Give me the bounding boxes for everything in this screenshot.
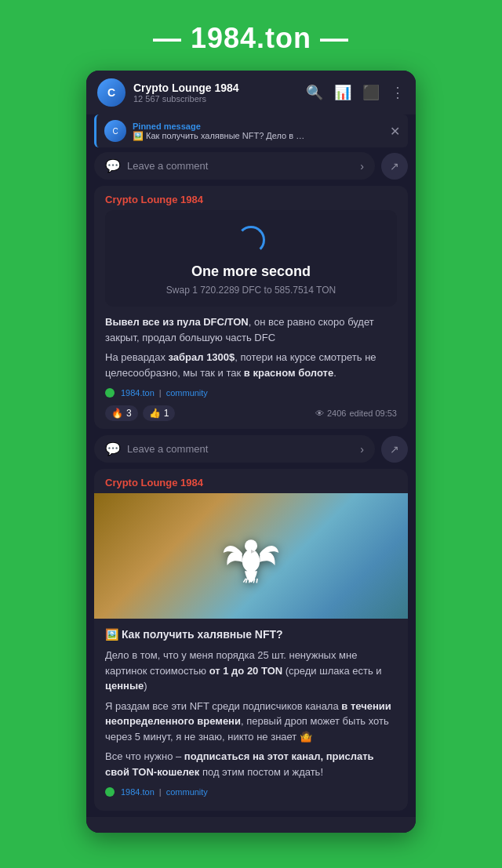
message-card-1: Crypto Lounge 1984 One more second Swap … [94, 186, 408, 429]
search-icon[interactable]: 🔍 [306, 84, 323, 101]
msg-text-1a: Вывел все из пула DFC/TON, он все равно … [94, 314, 408, 350]
loading-spinner [237, 226, 265, 254]
share-icon: ↗ [390, 160, 399, 173]
pinned-left: C Pinned message 🖼️ Как получить халявны… [104, 120, 305, 142]
comment-placeholder-2: Leave a comment [127, 443, 208, 455]
loading-subtitle: Swap 1 720.2289 DFC to 585.7514 TON [166, 285, 336, 296]
community-link-2[interactable]: community [166, 787, 208, 797]
comment-bar-1: 💬 Leave a comment › ↗ [94, 152, 408, 180]
views-count: 2406 [327, 409, 346, 418]
comment-bar-2-wrapper: 💬 Leave a comment › ↗ [94, 435, 408, 463]
svg-rect-4 [253, 571, 255, 579]
layout-icon[interactable]: ⬛ [362, 84, 380, 101]
comment-input-2[interactable]: 💬 Leave a comment › [94, 435, 375, 463]
pinned-close-icon[interactable]: ✕ [390, 124, 400, 139]
stats-icon[interactable]: 📊 [334, 84, 351, 101]
share-button-1[interactable]: ↗ [381, 153, 408, 180]
channel-link-1[interactable]: 1984.ton [121, 388, 155, 398]
page-title: — 1984.ton — [153, 0, 349, 71]
reaction-thumb[interactable]: 👍 1 [143, 405, 176, 421]
loading-area: One more second Swap 1 720.2289 DFC to 5… [105, 210, 397, 307]
subscriber-count: 12 567 subscribers [133, 94, 239, 104]
channel-avatar: C [97, 78, 126, 107]
msg-channel-row-2: 1984.ton | community [94, 784, 408, 803]
comment-left: 💬 Leave a comment [105, 158, 208, 173]
msg-text-2b: Я раздам все эти NFT среди подписчиков к… [94, 699, 408, 750]
pinned-label: Pinned message [133, 122, 305, 131]
message-card-2: Crypto Lounge 1984 [94, 469, 408, 811]
svg-rect-3 [247, 571, 249, 579]
msg-sender-1: Crypto Lounge 1984 [94, 186, 408, 210]
thumb-emoji: 👍 [149, 408, 161, 419]
comment-left-2: 💬 Leave a comment [105, 441, 208, 456]
community-link-1[interactable]: community [166, 388, 208, 398]
eye-icon: 👁 [315, 409, 324, 418]
pinned-avatar: C [104, 120, 126, 142]
bottom-spacer [94, 803, 408, 811]
msg-text-2a: Дело в том, что у меня порядка 25 шт. не… [94, 648, 408, 699]
comment-chevron-icon: › [360, 160, 364, 173]
separator-2: | [159, 787, 162, 797]
comment-chevron-icon-2: › [360, 443, 364, 456]
comment-bubble-icon: 💬 [105, 158, 121, 173]
comment-placeholder: Leave a comment [127, 160, 208, 172]
fire-emoji: 🔥 [111, 408, 123, 419]
fire-count: 3 [126, 408, 132, 419]
thumb-count: 1 [164, 408, 169, 419]
green-dot-icon [105, 388, 115, 398]
channel-header: C Crypto Lounge 1984 12 567 subscribers … [86, 71, 416, 114]
channel-name: Crypto Lounge 1984 [133, 82, 239, 94]
bottom-bar [86, 817, 416, 833]
msg-channel-row: 1984.ton | community [94, 385, 408, 404]
share-icon-2: ↗ [390, 443, 399, 456]
comment-input-1[interactable]: 💬 Leave a comment › [94, 152, 375, 180]
msg-sender-2: Crypto Lounge 1984 [94, 469, 408, 493]
more-icon[interactable]: ⋮ [391, 84, 405, 101]
views-info: 👁 2406 edited 09:53 [315, 409, 397, 418]
reaction-fire[interactable]: 🔥 3 [105, 405, 138, 421]
comment-bubble-icon-2: 💬 [105, 441, 121, 456]
reactions-left: 🔥 3 👍 1 [105, 405, 175, 421]
reactions-row-1: 🔥 3 👍 1 👁 2406 edited 09:53 [94, 404, 408, 429]
nft-image [94, 493, 408, 619]
pinned-text: 🖼️ Как получить халявные NFT? Дело в том… [133, 131, 305, 141]
eagle-svg [220, 525, 282, 587]
msg-text-2c: Все что нужно – подписаться на этот кана… [94, 749, 408, 784]
green-dot-icon-2 [105, 787, 115, 797]
header-left: C Crypto Lounge 1984 12 567 subscribers [97, 78, 239, 107]
phone-frame: C Crypto Lounge 1984 12 567 subscribers … [86, 71, 416, 833]
loading-title: One more second [191, 263, 311, 280]
header-icons: 🔍 📊 ⬛ ⋮ [306, 84, 405, 101]
channel-link-2[interactable]: 1984.ton [121, 787, 155, 797]
share-button-2[interactable]: ↗ [381, 436, 408, 463]
msg-text-1b: На ревардах забрал 1300$, потери на курс… [94, 350, 408, 385]
separator-1: | [159, 388, 162, 398]
edit-time: edited 09:53 [349, 409, 397, 418]
nft-label: 🖼️ Как получить халявные NFT? [94, 619, 408, 648]
pinned-message-bar[interactable]: C Pinned message 🖼️ Как получить халявны… [94, 114, 408, 147]
